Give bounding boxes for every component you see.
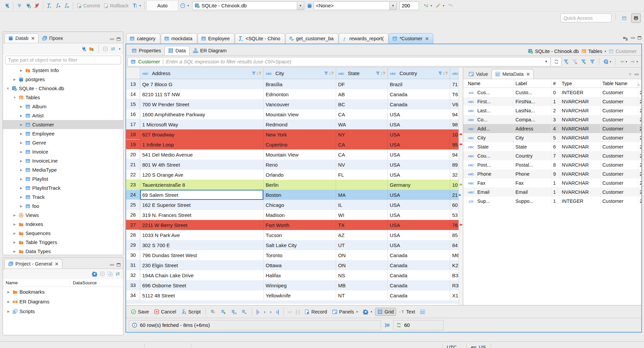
- auto-refresh-button[interactable]: ▾: [602, 58, 612, 65]
- quick-access-input[interactable]: [560, 13, 611, 22]
- row-number-cell[interactable]: 25: [126, 200, 140, 210]
- apply-filter-button[interactable]: [562, 58, 570, 65]
- cell-country[interactable]: USA: [388, 200, 450, 210]
- cell-city[interactable]: Vancouver: [264, 99, 336, 109]
- cell-address[interactable]: Tauentzienstraße 8: [140, 180, 264, 190]
- meta-label[interactable]: City: [514, 133, 551, 142]
- cell-address[interactable]: 302 S 700 E: [140, 240, 264, 250]
- new-connection-button[interactable]: [3, 2, 11, 9]
- chevron-right-icon[interactable]: ▶: [19, 114, 23, 117]
- cell-state[interactable]: MB: [336, 280, 388, 290]
- meta-type[interactable]: INTEGER: [560, 88, 601, 97]
- editor-tab-category[interactable]: category: [126, 33, 160, 44]
- row-number-cell[interactable]: 20: [126, 150, 140, 160]
- cell-state[interactable]: CA: [336, 150, 388, 160]
- fetch-size-input[interactable]: [404, 322, 431, 328]
- new-sql-editor-button[interactable]: [62, 2, 71, 9]
- close-icon[interactable]: ✕: [55, 262, 59, 267]
- cell-city[interactable]: Salt Lake City: [264, 240, 336, 250]
- grid-row-15[interactable]: 15700 W Pender StreetVancouverBCCanadaV6: [126, 99, 459, 109]
- cell-postal[interactable]: 53: [450, 210, 459, 220]
- refresh-green-icon[interactable]: [396, 323, 401, 328]
- cell-country[interactable]: Canada: [388, 260, 450, 270]
- collapse-all-icon[interactable]: [100, 271, 105, 277]
- tab-value[interactable]: Value: [465, 69, 491, 79]
- row-number-cell[interactable]: 18: [126, 129, 140, 139]
- row-number-cell[interactable]: 30: [126, 250, 140, 260]
- meta-type[interactable]: NVARCHAR: [560, 187, 601, 196]
- cell-postal[interactable]: R3: [450, 280, 459, 290]
- chevron-right-icon[interactable]: ▶: [19, 105, 23, 108]
- cell-postal[interactable]: K2: [450, 260, 459, 270]
- cell-address[interactable]: 2211 W Berry Street: [140, 220, 264, 230]
- column-header-country[interactable]: ABCCountry↕?: [388, 68, 450, 79]
- sort-icon[interactable]: ↕: [443, 71, 445, 76]
- meta-num[interactable]: 9: [551, 169, 560, 178]
- meta-num[interactable]: 1: [551, 196, 560, 206]
- cell-country[interactable]: Canada: [388, 89, 450, 99]
- column-header-postalcode-partial[interactable]: ABC: [450, 68, 459, 79]
- remove-filter-button[interactable]: [571, 58, 579, 65]
- grid-row-20[interactable]: 20541 Del Medio AvenueMountain ViewCAUSA…: [126, 150, 459, 160]
- tree-item-indexes[interactable]: ▶Indexes: [3, 220, 123, 229]
- tree-item-foo[interactable]: ▶foo: [3, 201, 123, 211]
- grid-row-27[interactable]: 272211 W Berry StreetFort WorthTXUSA76: [126, 220, 459, 230]
- tab-metadata[interactable]: MetaData ✕: [491, 69, 534, 79]
- grid-row-29[interactable]: 29302 S 700 ESalt Lake CityUTUSA84: [126, 240, 459, 250]
- add-row-button[interactable]: [219, 308, 228, 315]
- cancel-button[interactable]: Cancel: [152, 308, 178, 315]
- new-connection-icon[interactable]: [81, 46, 87, 52]
- panels-button[interactable]: Panels▾: [330, 308, 360, 315]
- cell-state[interactable]: WI: [336, 210, 388, 220]
- cell-address[interactable]: 696 Osborne Street: [140, 280, 264, 290]
- chevron-right-icon[interactable]: ▶: [6, 310, 11, 313]
- meta-table[interactable]: Customer: [601, 142, 638, 151]
- meta-table[interactable]: Customer: [601, 88, 638, 97]
- meta-label[interactable]: Postal...: [514, 160, 551, 169]
- grid-row-23[interactable]: 23Tauentzienstraße 8BerlinGermany10: [126, 180, 459, 190]
- meta-max[interactable]: 2,147,483: [638, 88, 641, 97]
- meta-table[interactable]: Customer: [601, 196, 638, 206]
- cell-address[interactable]: 627 Broadway: [140, 129, 264, 139]
- cell-postal[interactable]: 71: [450, 79, 459, 89]
- breadcrumb-connection[interactable]: SQLite - Chinook.db: [528, 49, 579, 54]
- meta-table[interactable]: Customer: [601, 187, 638, 196]
- column-header-city[interactable]: ABCCity↕?: [264, 68, 336, 79]
- grid-corner-cell[interactable]: [126, 68, 140, 79]
- cell-postal[interactable]: 10: [450, 180, 459, 190]
- grid-row-32[interactable]: 32194A Chain Lake DriveHalifaxNSCanadaB3: [126, 270, 459, 280]
- open-perspective-button[interactable]: [620, 13, 629, 23]
- editor-tab-mockdata[interactable]: mockdata: [161, 33, 197, 44]
- subtab-er-diagram[interactable]: ER Diagram: [190, 46, 230, 55]
- cell-city[interactable]: Mountain View: [264, 109, 336, 119]
- maximize-icon[interactable]: [117, 38, 120, 41]
- meta-table[interactable]: Customer: [601, 133, 638, 142]
- meta-type[interactable]: NVARCHAR: [560, 115, 601, 124]
- tab-projects[interactable]: Проек: [39, 33, 66, 43]
- cell-country[interactable]: Brazil: [388, 79, 450, 89]
- query-history-button[interactable]: ▾: [178, 2, 191, 9]
- grid-row-34[interactable]: 345112 48 StreetYellowknifeNTCanadaX1: [126, 290, 459, 300]
- dbeaver-perspective-button[interactable]: [631, 13, 641, 23]
- cell-state[interactable]: CA: [336, 139, 388, 150]
- collapse-all-icon[interactable]: [103, 46, 108, 52]
- meta-num[interactable]: 6: [551, 142, 560, 151]
- custom-filter-button[interactable]: [588, 58, 596, 65]
- cell-city[interactable]: Toronto: [264, 250, 336, 260]
- cell-city[interactable]: Boston: [264, 190, 336, 200]
- cell-city[interactable]: Tucson: [264, 230, 336, 240]
- locale-indicator[interactable]: en_US: [471, 345, 486, 348]
- open-sql-script-button[interactable]: [54, 2, 62, 9]
- meta-row-state[interactable]: ABCStateState6NVARCHARCustomer2,147,483: [463, 142, 641, 151]
- pin-icon[interactable]: [384, 323, 390, 328]
- chevron-right-icon[interactable]: ▶: [19, 132, 23, 135]
- cell-address[interactable]: 1600 Amphitheatre Parkway: [140, 109, 264, 119]
- cell-country[interactable]: Canada: [388, 250, 450, 260]
- editor-tab-customer[interactable]: *Customer✕: [389, 33, 433, 44]
- cell-city[interactable]: Berlin: [264, 180, 336, 190]
- cell-postal[interactable]: 94: [450, 109, 459, 119]
- nav-forward-button[interactable]: ▾: [629, 58, 639, 65]
- meta-max[interactable]: 2,147,483: [638, 178, 641, 187]
- cell-state[interactable]: FL: [336, 170, 388, 180]
- grid-row-18[interactable]: 18627 BroadwayNew YorkNYUSA10: [126, 129, 459, 139]
